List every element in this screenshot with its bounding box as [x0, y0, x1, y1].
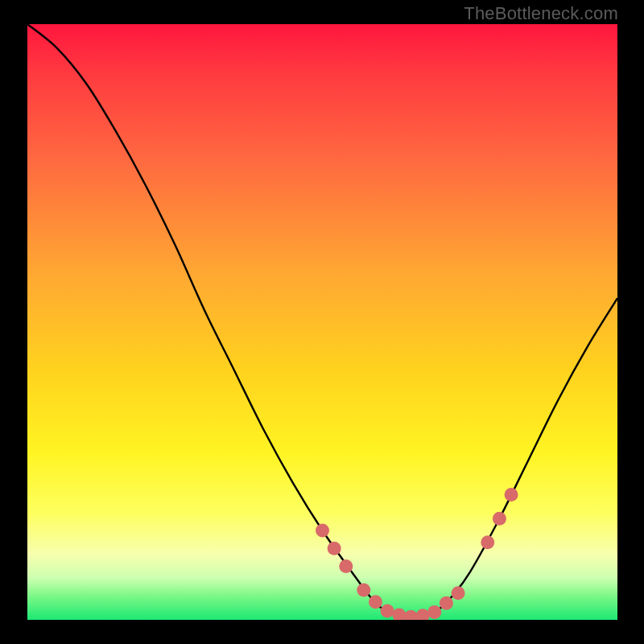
threshold-dot — [416, 609, 430, 620]
threshold-dot — [427, 605, 441, 619]
threshold-dot — [369, 595, 382, 609]
chart-plot-area — [27, 24, 617, 620]
watermark-text: TheBottleneck.com — [464, 3, 618, 24]
threshold-dot — [316, 524, 329, 538]
threshold-dot — [440, 597, 453, 610]
threshold-dot — [339, 559, 353, 573]
threshold-dot — [404, 610, 418, 620]
threshold-dot — [357, 584, 370, 597]
threshold-dot — [452, 586, 465, 600]
chart-svg — [27, 24, 617, 620]
threshold-dot — [381, 604, 394, 617]
threshold-dot — [505, 488, 518, 502]
threshold-dot — [493, 512, 506, 526]
threshold-dot — [392, 609, 406, 620]
chart-frame: TheBottleneck.com — [0, 0, 644, 644]
threshold-dot — [481, 535, 494, 549]
threshold-markers — [316, 488, 518, 620]
threshold-dot — [328, 542, 341, 555]
